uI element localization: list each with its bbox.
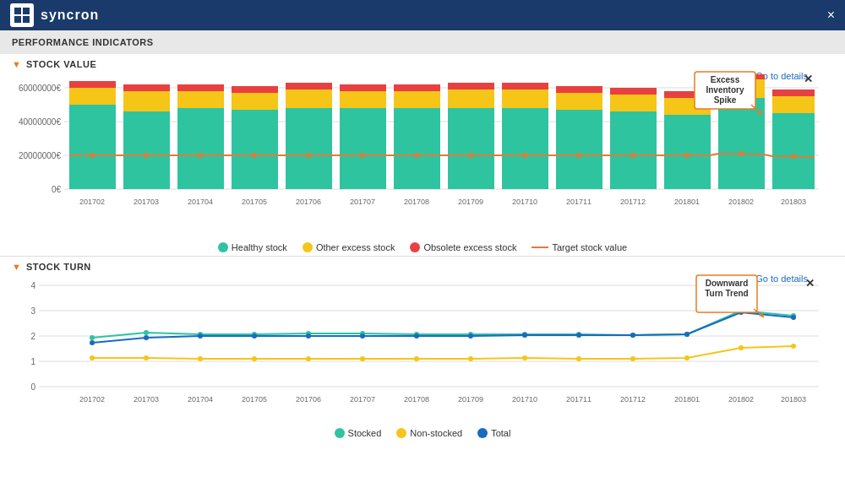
svg-text:1: 1 xyxy=(30,357,35,366)
svg-text:201712: 201712 xyxy=(620,395,646,404)
svg-text:201712: 201712 xyxy=(620,198,646,206)
svg-point-132 xyxy=(360,333,365,339)
svg-rect-13 xyxy=(69,88,116,105)
svg-text:40000000€: 40000000€ xyxy=(19,117,61,127)
svg-text:201709: 201709 xyxy=(458,395,483,404)
svg-rect-16 xyxy=(123,91,170,111)
divider xyxy=(0,256,845,257)
sv-target-label: Target stock value xyxy=(552,242,627,252)
svg-rect-18 xyxy=(177,108,224,189)
svg-point-64 xyxy=(630,153,635,158)
svg-text:201801: 201801 xyxy=(674,395,700,404)
svg-text:201708: 201708 xyxy=(404,395,429,404)
svg-rect-23 xyxy=(232,86,278,93)
svg-text:201703: 201703 xyxy=(134,198,159,206)
st-svg: 4 3 2 1 0 xyxy=(12,274,823,421)
st-chevron[interactable]: ▼ xyxy=(12,262,21,272)
svg-point-124 xyxy=(684,355,690,360)
svg-text:201706: 201706 xyxy=(296,198,321,206)
svg-text:201704: 201704 xyxy=(188,395,213,404)
svg-point-57 xyxy=(252,153,257,158)
svg-rect-22 xyxy=(232,93,278,110)
svg-rect-12 xyxy=(69,105,116,189)
svg-rect-37 xyxy=(502,89,548,108)
svg-point-127 xyxy=(90,340,95,345)
svg-point-61 xyxy=(468,153,473,158)
svg-text:201803: 201803 xyxy=(781,198,806,206)
sv-title: STOCK VALUE xyxy=(26,59,96,69)
svg-point-136 xyxy=(576,333,581,338)
svg-rect-28 xyxy=(340,91,386,108)
svg-rect-15 xyxy=(123,111,170,189)
svg-text:201703: 201703 xyxy=(134,395,159,404)
svg-text:201708: 201708 xyxy=(404,198,429,206)
svg-rect-24 xyxy=(286,108,332,189)
sv-healthy-dot xyxy=(218,242,228,252)
svg-rect-19 xyxy=(177,91,224,108)
svg-rect-17 xyxy=(123,84,170,91)
svg-text:2: 2 xyxy=(30,332,35,341)
st-legend-nonstocked: Non-stocked xyxy=(396,428,462,438)
svg-point-62 xyxy=(522,153,527,158)
svg-text:0: 0 xyxy=(30,382,35,392)
svg-text:201711: 201711 xyxy=(566,395,592,404)
logo-text: syncron xyxy=(41,8,99,23)
st-legend-stocked: Stocked xyxy=(335,428,382,438)
sv-chart-container: Go to details 60000000€ 40000000€ 200000… xyxy=(12,71,833,252)
svg-rect-38 xyxy=(502,83,548,89)
st-nonstocked-label: Non-stocked xyxy=(410,428,462,438)
svg-rect-36 xyxy=(502,108,548,189)
svg-rect-14 xyxy=(69,81,116,88)
svg-point-113 xyxy=(90,355,95,360)
svg-text:201802: 201802 xyxy=(728,395,754,404)
svg-rect-33 xyxy=(448,108,494,189)
st-chart-container: Go to details 4 3 2 1 0 xyxy=(12,274,833,438)
svg-text:201706: 201706 xyxy=(296,395,321,404)
svg-rect-53 xyxy=(772,89,815,96)
svg-rect-20 xyxy=(177,84,224,91)
svg-rect-48 xyxy=(718,98,765,189)
sv-other-dot xyxy=(303,242,313,252)
svg-point-123 xyxy=(630,356,635,361)
svg-point-134 xyxy=(468,333,473,339)
svg-rect-32 xyxy=(394,84,440,91)
svg-point-117 xyxy=(306,356,311,361)
svg-text:201709: 201709 xyxy=(458,198,483,206)
svg-point-140 xyxy=(791,315,796,320)
svg-text:201705: 201705 xyxy=(242,198,267,206)
svg-text:Spike: Spike xyxy=(714,95,737,105)
svg-text:201803: 201803 xyxy=(781,395,806,404)
perf-header: PERFORMANCE INDICATORS xyxy=(0,30,845,54)
svg-point-114 xyxy=(144,355,149,360)
sv-obsolete-dot xyxy=(410,242,420,252)
svg-point-131 xyxy=(306,333,311,339)
svg-point-130 xyxy=(252,333,257,339)
title-bar: syncron × xyxy=(0,0,845,30)
st-total-label: Total xyxy=(491,428,510,438)
st-title: STOCK TURN xyxy=(26,262,91,272)
close-button[interactable]: × xyxy=(827,8,835,23)
sv-chevron[interactable]: ▼ xyxy=(12,59,21,69)
svg-rect-29 xyxy=(340,84,386,91)
st-stocked-dot xyxy=(335,428,345,438)
svg-rect-27 xyxy=(340,108,386,189)
svg-point-119 xyxy=(414,356,419,361)
sv-target-line xyxy=(532,247,548,248)
svg-rect-40 xyxy=(556,93,602,110)
svg-text:60000000€: 60000000€ xyxy=(19,84,61,93)
svg-point-115 xyxy=(198,356,203,361)
svg-text:201802: 201802 xyxy=(728,198,754,206)
sv-svg: 60000000€ 40000000€ 20000000€ 0€ xyxy=(12,71,823,236)
svg-point-58 xyxy=(306,153,311,158)
st-legend-total: Total xyxy=(477,428,510,438)
svg-point-100 xyxy=(144,330,149,335)
svg-point-60 xyxy=(414,153,419,158)
svg-rect-34 xyxy=(448,89,494,108)
sv-healthy-label: Healthy stock xyxy=(232,242,287,252)
svg-rect-21 xyxy=(232,110,278,189)
svg-rect-39 xyxy=(556,110,602,189)
svg-rect-31 xyxy=(394,91,440,108)
svg-point-138 xyxy=(684,332,690,337)
svg-text:✕: ✕ xyxy=(805,277,815,290)
stock-value-section: ▼ STOCK VALUE Go to details 60000000€ 40… xyxy=(0,54,845,254)
